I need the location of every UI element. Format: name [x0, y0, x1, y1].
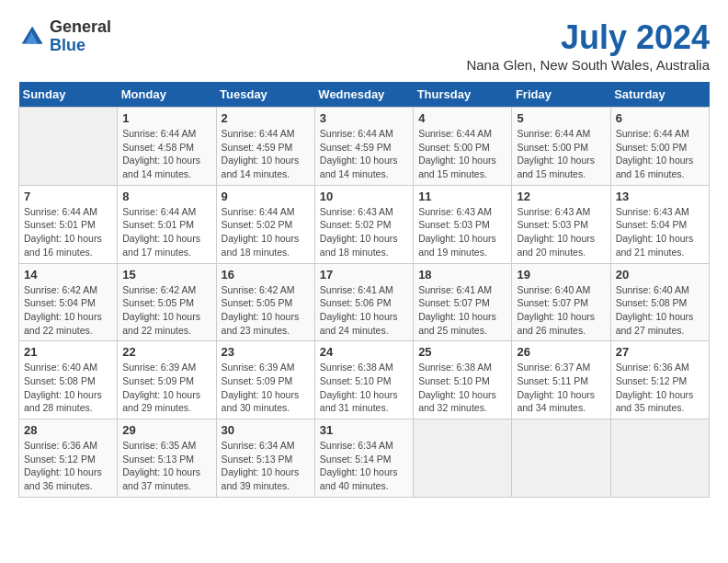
- day-number: 11: [418, 190, 506, 203]
- logo: General Blue: [18, 18, 111, 55]
- calendar-cell: [414, 419, 512, 498]
- calendar-cell: 7Sunrise: 6:44 AM Sunset: 5:01 PM Daylig…: [19, 185, 118, 263]
- day-info: Sunrise: 6:41 AM Sunset: 5:07 PM Dayligh…: [418, 283, 506, 338]
- calendar-cell: [610, 419, 709, 498]
- day-info: Sunrise: 6:36 AM Sunset: 5:12 PM Dayligh…: [24, 439, 112, 493]
- day-number: 7: [24, 190, 112, 203]
- day-info: Sunrise: 6:40 AM Sunset: 5:08 PM Dayligh…: [616, 283, 704, 338]
- month-title: July 2024: [466, 18, 710, 57]
- day-number: 27: [616, 345, 704, 359]
- title-block: July 2024 Nana Glen, New South Wales, Au…: [466, 18, 710, 73]
- day-info: Sunrise: 6:34 AM Sunset: 5:14 PM Dayligh…: [320, 439, 408, 493]
- day-info: Sunrise: 6:43 AM Sunset: 5:04 PM Dayligh…: [616, 205, 704, 259]
- day-info: Sunrise: 6:41 AM Sunset: 5:06 PM Dayligh…: [320, 283, 408, 338]
- calendar-cell: 28Sunrise: 6:36 AM Sunset: 5:12 PM Dayli…: [19, 419, 118, 498]
- day-number: 24: [320, 345, 408, 359]
- location-title: Nana Glen, New South Wales, Australia: [466, 57, 710, 73]
- day-info: Sunrise: 6:44 AM Sunset: 4:58 PM Dayligh…: [122, 127, 210, 181]
- day-info: Sunrise: 6:44 AM Sunset: 4:59 PM Dayligh…: [320, 127, 408, 181]
- calendar-cell: 9Sunrise: 6:44 AM Sunset: 5:02 PM Daylig…: [216, 185, 314, 263]
- calendar-cell: 20Sunrise: 6:40 AM Sunset: 5:08 PM Dayli…: [610, 263, 709, 341]
- calendar-cell: 26Sunrise: 6:37 AM Sunset: 5:11 PM Dayli…: [512, 341, 610, 419]
- day-number: 19: [517, 268, 605, 282]
- day-number: 20: [616, 268, 704, 282]
- weekday-header-row: SundayMondayTuesdayWednesdayThursdayFrid…: [19, 82, 710, 108]
- day-number: 29: [122, 423, 210, 437]
- day-number: 6: [616, 111, 704, 125]
- day-number: 8: [122, 190, 210, 203]
- calendar-cell: 4Sunrise: 6:44 AM Sunset: 5:00 PM Daylig…: [414, 108, 512, 186]
- calendar-cell: 16Sunrise: 6:42 AM Sunset: 5:05 PM Dayli…: [216, 263, 314, 341]
- day-info: Sunrise: 6:44 AM Sunset: 5:01 PM Dayligh…: [24, 205, 112, 259]
- logo-blue-text: Blue: [50, 36, 85, 54]
- calendar-cell: 31Sunrise: 6:34 AM Sunset: 5:14 PM Dayli…: [314, 419, 413, 498]
- day-number: 1: [122, 111, 210, 125]
- calendar-cell: 8Sunrise: 6:44 AM Sunset: 5:01 PM Daylig…: [118, 185, 216, 263]
- day-info: Sunrise: 6:37 AM Sunset: 5:11 PM Dayligh…: [517, 361, 605, 415]
- day-number: 14: [24, 268, 112, 282]
- day-number: 25: [418, 345, 506, 359]
- week-row-1: 1Sunrise: 6:44 AM Sunset: 4:58 PM Daylig…: [19, 108, 710, 186]
- day-number: 5: [517, 111, 605, 125]
- logo-general-text: General: [50, 17, 111, 36]
- day-info: Sunrise: 6:44 AM Sunset: 5:00 PM Dayligh…: [616, 127, 704, 181]
- day-info: Sunrise: 6:44 AM Sunset: 5:02 PM Dayligh…: [222, 205, 310, 259]
- weekday-header-tuesday: Tuesday: [216, 82, 314, 108]
- weekday-header-monday: Monday: [118, 82, 216, 108]
- day-number: 16: [222, 268, 310, 282]
- calendar-cell: 21Sunrise: 6:40 AM Sunset: 5:08 PM Dayli…: [19, 341, 118, 419]
- calendar-cell: 25Sunrise: 6:38 AM Sunset: 5:10 PM Dayli…: [414, 341, 512, 419]
- week-row-4: 21Sunrise: 6:40 AM Sunset: 5:08 PM Dayli…: [19, 341, 710, 419]
- logo-icon: [18, 23, 46, 51]
- day-info: Sunrise: 6:44 AM Sunset: 5:01 PM Dayligh…: [122, 205, 210, 259]
- day-number: 26: [517, 345, 605, 359]
- calendar-cell: [19, 108, 118, 186]
- day-number: 3: [320, 111, 408, 125]
- calendar-cell: 18Sunrise: 6:41 AM Sunset: 5:07 PM Dayli…: [414, 263, 512, 341]
- page-header: General Blue July 2024 Nana Glen, New So…: [18, 18, 710, 73]
- day-info: Sunrise: 6:38 AM Sunset: 5:10 PM Dayligh…: [320, 361, 408, 415]
- day-info: Sunrise: 6:35 AM Sunset: 5:13 PM Dayligh…: [122, 439, 210, 493]
- day-info: Sunrise: 6:36 AM Sunset: 5:12 PM Dayligh…: [616, 361, 704, 415]
- weekday-header-friday: Friday: [512, 82, 610, 108]
- calendar-cell: 2Sunrise: 6:44 AM Sunset: 4:59 PM Daylig…: [216, 108, 314, 186]
- calendar-cell: 15Sunrise: 6:42 AM Sunset: 5:05 PM Dayli…: [118, 263, 216, 341]
- day-info: Sunrise: 6:43 AM Sunset: 5:02 PM Dayligh…: [320, 205, 408, 259]
- weekday-header-sunday: Sunday: [19, 82, 118, 108]
- day-info: Sunrise: 6:43 AM Sunset: 5:03 PM Dayligh…: [517, 205, 605, 259]
- calendar-cell: 3Sunrise: 6:44 AM Sunset: 4:59 PM Daylig…: [314, 108, 413, 186]
- day-info: Sunrise: 6:38 AM Sunset: 5:10 PM Dayligh…: [418, 361, 506, 415]
- day-number: 30: [222, 423, 310, 437]
- week-row-3: 14Sunrise: 6:42 AM Sunset: 5:04 PM Dayli…: [19, 263, 710, 341]
- calendar-cell: 13Sunrise: 6:43 AM Sunset: 5:04 PM Dayli…: [610, 185, 709, 263]
- day-number: 18: [418, 268, 506, 282]
- day-info: Sunrise: 6:34 AM Sunset: 5:13 PM Dayligh…: [222, 439, 310, 493]
- calendar-cell: 24Sunrise: 6:38 AM Sunset: 5:10 PM Dayli…: [314, 341, 413, 419]
- day-info: Sunrise: 6:43 AM Sunset: 5:03 PM Dayligh…: [418, 205, 506, 259]
- day-number: 15: [122, 268, 210, 282]
- calendar-cell: 10Sunrise: 6:43 AM Sunset: 5:02 PM Dayli…: [314, 185, 413, 263]
- day-info: Sunrise: 6:42 AM Sunset: 5:05 PM Dayligh…: [222, 283, 310, 338]
- day-number: 22: [122, 345, 210, 359]
- day-info: Sunrise: 6:40 AM Sunset: 5:08 PM Dayligh…: [24, 361, 112, 415]
- day-info: Sunrise: 6:39 AM Sunset: 5:09 PM Dayligh…: [122, 361, 210, 415]
- calendar-cell: 30Sunrise: 6:34 AM Sunset: 5:13 PM Dayli…: [216, 419, 314, 498]
- week-row-2: 7Sunrise: 6:44 AM Sunset: 5:01 PM Daylig…: [19, 185, 710, 263]
- calendar-cell: 14Sunrise: 6:42 AM Sunset: 5:04 PM Dayli…: [19, 263, 118, 341]
- calendar-cell: 17Sunrise: 6:41 AM Sunset: 5:06 PM Dayli…: [314, 263, 413, 341]
- calendar-cell: 6Sunrise: 6:44 AM Sunset: 5:00 PM Daylig…: [610, 108, 709, 186]
- calendar-cell: 11Sunrise: 6:43 AM Sunset: 5:03 PM Dayli…: [414, 185, 512, 263]
- weekday-header-saturday: Saturday: [610, 82, 709, 108]
- day-number: 2: [222, 111, 310, 125]
- day-info: Sunrise: 6:42 AM Sunset: 5:05 PM Dayligh…: [122, 283, 210, 338]
- day-info: Sunrise: 6:44 AM Sunset: 5:00 PM Dayligh…: [517, 127, 605, 181]
- day-number: 4: [418, 111, 506, 125]
- day-info: Sunrise: 6:40 AM Sunset: 5:07 PM Dayligh…: [517, 283, 605, 338]
- calendar-cell: 27Sunrise: 6:36 AM Sunset: 5:12 PM Dayli…: [610, 341, 709, 419]
- day-info: Sunrise: 6:42 AM Sunset: 5:04 PM Dayligh…: [24, 283, 112, 338]
- calendar-cell: 12Sunrise: 6:43 AM Sunset: 5:03 PM Dayli…: [512, 185, 610, 263]
- day-number: 13: [616, 190, 704, 203]
- calendar-cell: 5Sunrise: 6:44 AM Sunset: 5:00 PM Daylig…: [512, 108, 610, 186]
- day-number: 12: [517, 190, 605, 203]
- calendar-table: SundayMondayTuesdayWednesdayThursdayFrid…: [18, 82, 710, 498]
